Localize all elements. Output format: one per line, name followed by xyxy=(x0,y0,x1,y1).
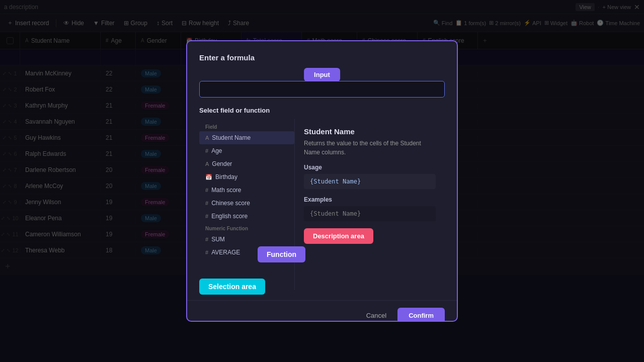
description-panel: Student Name Returns the value to the ce… xyxy=(295,119,445,290)
text-field-icon: A xyxy=(205,135,209,141)
field-item-sum[interactable]: # SUM xyxy=(199,233,294,246)
examples-label: Examples xyxy=(304,196,436,203)
field-item-gender[interactable]: A Gender xyxy=(199,157,294,170)
function-annotation-container: Function xyxy=(258,246,305,262)
field-item-math[interactable]: # Math score xyxy=(199,184,294,197)
text-field-icon2: A xyxy=(205,161,209,167)
formula-input[interactable] xyxy=(199,81,445,98)
input-annotation-badge: Input xyxy=(304,68,340,81)
hash-field-icon3: # xyxy=(205,213,208,219)
field-item-student-name[interactable]: A Student Name xyxy=(199,131,294,144)
formula-title: Enter a formula xyxy=(199,53,445,62)
dialog-body: Field A Student Name # Age A Gender 📅 xyxy=(199,119,445,290)
formula-dialog: Enter a formula Input Select field or fu… xyxy=(186,40,458,322)
number-field-icon: # xyxy=(205,148,208,154)
example-box: {Student Name} xyxy=(304,206,436,221)
field-section-label: Field xyxy=(199,121,294,131)
description-annotation-wrap: Description area xyxy=(304,228,436,244)
cancel-button[interactable]: Cancel xyxy=(360,309,392,322)
function-annotation-badge: Function xyxy=(258,246,305,262)
formula-input-wrap: Input xyxy=(199,68,445,98)
desc-title: Student Name xyxy=(304,127,436,136)
hash-field-icon: # xyxy=(205,187,208,193)
field-item-chinese[interactable]: # Chinese score xyxy=(199,197,294,210)
selection-annotation-badge: Selection area xyxy=(199,279,265,295)
field-item-age[interactable]: # Age xyxy=(199,144,294,157)
usage-label: Usage xyxy=(304,164,436,171)
field-list: Field A Student Name # Age A Gender 📅 xyxy=(199,119,295,290)
description-annotation-badge: Description area xyxy=(304,228,373,244)
dialog-overlay: Enter a formula Input Select field or fu… xyxy=(0,0,644,362)
numeric-section-label: Numeric Function xyxy=(199,223,294,233)
usage-box: {Student Name} xyxy=(304,174,436,189)
field-item-english[interactable]: # English score xyxy=(199,210,294,223)
dialog-footer: Cancel Confirm xyxy=(187,300,457,322)
confirm-button[interactable]: Confirm xyxy=(397,308,445,322)
selection-annotation-container: Selection area xyxy=(199,279,265,295)
sum-icon: # xyxy=(205,236,208,242)
average-icon: # xyxy=(205,249,208,255)
select-field-label: Select field or function xyxy=(199,107,445,114)
hash-field-icon2: # xyxy=(205,200,208,206)
calendar-field-icon: 📅 xyxy=(205,174,212,180)
field-item-birthday[interactable]: 📅 Birthday xyxy=(199,170,294,184)
desc-text: Returns the value to the cells of the St… xyxy=(304,139,436,157)
